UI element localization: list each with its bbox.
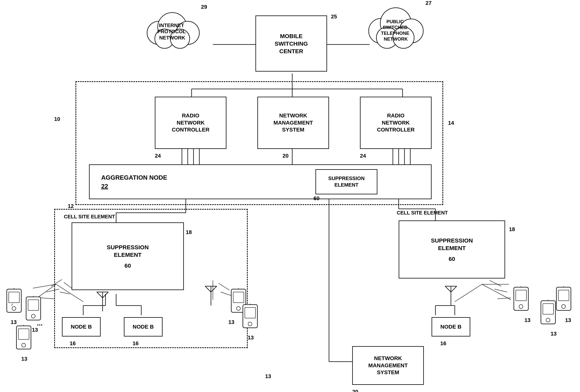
mobile-switching-center-box: MOBILE SWITCHING CENTER	[256, 15, 327, 72]
node-b-1-label: NODE B	[71, 323, 92, 330]
cell-site-element-right-outer: CELL SITE ELEMENT	[397, 210, 448, 216]
svg-point-107	[562, 304, 566, 308]
suppression-element-right-label: SUPPRESSION ELEMENT	[431, 237, 473, 252]
public-switched-telephone-network-cloud: PUBLIC SWITCHED TELEPHONE NETWORK 27	[362, 2, 428, 54]
ref-10-label: 10	[54, 116, 60, 122]
svg-point-99	[519, 304, 523, 308]
antenna-center	[203, 282, 219, 305]
ref-22-label: 22	[101, 183, 108, 190]
svg-point-95	[248, 322, 252, 326]
cell-site-element-left-outer: CELL SITE ELEMENT	[64, 214, 115, 220]
ellipsis-left: ···	[37, 321, 43, 329]
nms-bottom-box: NETWORK MANAGEMENT SYSTEM	[352, 346, 424, 385]
rnc-left-box: RADIO NETWORK CONTROLLER	[155, 97, 226, 149]
svg-text:INTERNET
        PROTOCOL
    : INTERNET PROTOCOL NETWORK	[157, 22, 187, 41]
ref-13-right-2: 13	[551, 331, 557, 337]
svg-point-87	[22, 343, 25, 347]
svg-line-44	[41, 298, 54, 299]
ref-12-label: 12	[68, 203, 74, 209]
ref-14-label: 14	[448, 120, 454, 126]
svg-line-66	[103, 292, 108, 298]
svg-line-73	[445, 286, 451, 292]
ref-25-label: 25	[331, 13, 337, 20]
ref-13-bottom: 13	[265, 373, 271, 380]
ref-60-top-label: 60	[313, 195, 319, 201]
mobile-device-left-2	[25, 296, 43, 323]
svg-line-74	[451, 286, 457, 292]
suppression-element-top-box: SUPPRESSION ELEMENT	[315, 169, 377, 194]
ref-13-center-2: 13	[248, 335, 254, 341]
suppression-element-left-label: SUPPRESSION ELEMENT	[107, 243, 149, 259]
ref-27-label: 27	[426, 0, 432, 6]
ref-20-top-label: 20	[283, 153, 289, 159]
svg-rect-106	[558, 290, 569, 301]
mobile-device-right-3	[556, 286, 573, 313]
suppression-element-left-box: SUPPRESSION ELEMENT 60	[72, 222, 184, 290]
svg-rect-86	[18, 329, 29, 339]
node-b-1-box: NODE B	[62, 317, 101, 336]
diagram: INTERNET PROTOCOL NETWORK 29 PUBLIC SWIT…	[0, 0, 580, 392]
ref-20-bottom-label: 20	[352, 389, 358, 392]
nms-bottom-label: NETWORK MANAGEMENT SYSTEM	[368, 355, 408, 376]
svg-line-69	[205, 286, 211, 292]
svg-point-103	[546, 318, 550, 322]
svg-line-45	[490, 281, 501, 286]
ref-16-2-label: 16	[133, 340, 139, 347]
antenna-right	[443, 282, 459, 305]
svg-point-83	[31, 314, 35, 318]
rnc-left-label: RADIO NETWORK CONTROLLER	[172, 112, 209, 133]
svg-line-65	[97, 292, 103, 298]
nms-top-box: NETWORK MANAGEMENT SYSTEM	[257, 97, 329, 149]
node-b-3-box: NODE B	[432, 317, 470, 336]
ref-24-right-label: 24	[360, 153, 366, 159]
ref-18-right-label: 18	[509, 226, 515, 232]
internet-protocol-network-cloud: INTERNET PROTOCOL NETWORK 29	[139, 6, 205, 52]
ref-60-right-label: 60	[448, 256, 455, 262]
rnc-right-label: RADIO NETWORK CONTROLLER	[377, 112, 415, 133]
ref-60-left-label: 60	[125, 262, 131, 269]
ref-13-right-3: 13	[565, 317, 571, 323]
mobile-switching-center-label: MOBILE SWITCHING CENTER	[275, 32, 308, 55]
node-b-2-box: NODE B	[124, 317, 162, 336]
mobile-device-right-2	[540, 300, 557, 327]
mobile-device-right-1	[513, 286, 530, 313]
aggregation-node-label: AGGREGATION NODE	[101, 174, 167, 182]
svg-rect-102	[543, 304, 554, 314]
mobile-device-left-1	[6, 288, 23, 315]
svg-line-47	[497, 298, 511, 299]
svg-point-78	[12, 306, 16, 310]
svg-line-36	[482, 284, 511, 300]
svg-line-70	[211, 286, 217, 292]
node-b-3-label: NODE B	[440, 323, 461, 330]
rnc-right-box: RADIO NETWORK CONTROLLER	[360, 97, 432, 149]
svg-line-30	[33, 284, 56, 288]
mobile-device-left-3	[15, 325, 33, 352]
svg-point-91	[237, 306, 240, 310]
ref-13-left-3: 13	[21, 356, 27, 362]
ref-13-left-1: 13	[11, 319, 17, 325]
ref-16-1-label: 16	[70, 340, 76, 347]
svg-rect-90	[233, 292, 244, 303]
mobile-device-center-2	[242, 304, 259, 331]
svg-line-35	[455, 284, 482, 302]
suppression-element-top-label: SUPPRESSION ELEMENT	[328, 175, 365, 188]
ref-13-right-1: 13	[524, 317, 530, 323]
ref-18-left-label: 18	[186, 229, 192, 235]
svg-rect-98	[516, 290, 526, 301]
ref-13-center-1: 13	[228, 319, 234, 325]
aggregation-node-box: AGGREGATION NODE 22	[89, 164, 432, 199]
svg-line-46	[494, 289, 507, 292]
nms-top-label: NETWORK MANAGEMENT SYSTEM	[274, 112, 313, 133]
suppression-element-right-box: SUPPRESSION ELEMENT 60	[399, 220, 505, 279]
svg-rect-77	[9, 292, 19, 303]
svg-rect-82	[28, 300, 39, 310]
ref-24-left-label: 24	[155, 153, 161, 159]
node-b-2-label: NODE B	[133, 323, 154, 330]
svg-rect-94	[245, 307, 256, 318]
antenna-left	[95, 288, 110, 311]
ref-29-label: 29	[201, 4, 207, 10]
ref-16-3-label: 16	[440, 340, 446, 347]
